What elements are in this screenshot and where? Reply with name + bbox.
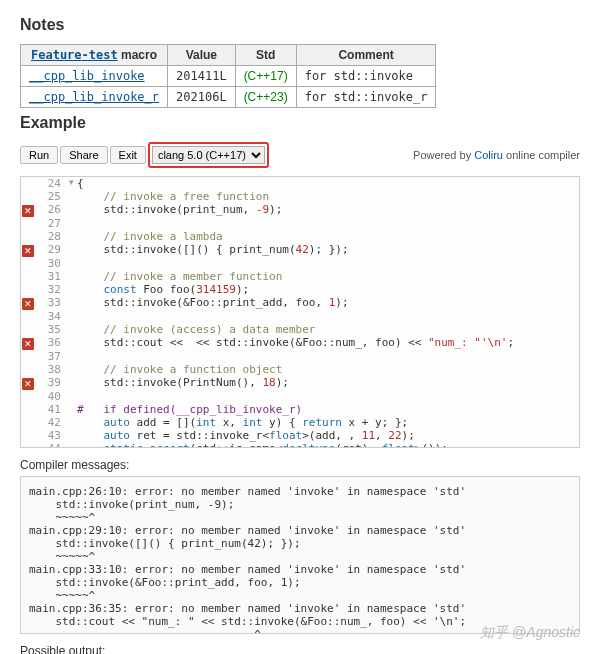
macro-value: 202106L xyxy=(168,87,236,108)
macro-std: (C++23) xyxy=(235,87,296,108)
code-line: 27 xyxy=(21,217,579,230)
macro-link[interactable]: __cpp_lib_invoke xyxy=(29,69,145,83)
code-line: 41# if defined(__cpp_lib_invoke_r) xyxy=(21,403,579,416)
code-editor[interactable]: 24▾{25 // invoke a free function✕26 std:… xyxy=(20,176,580,448)
line-number: 41 xyxy=(35,403,67,416)
line-number: 34 xyxy=(35,310,67,323)
line-number: 25 xyxy=(35,190,67,203)
code-text: std::invoke(PrintNum(), 18); xyxy=(77,376,579,389)
line-number: 42 xyxy=(35,416,67,429)
code-line: 30 xyxy=(21,257,579,270)
error-icon: ✕ xyxy=(22,298,34,310)
line-number: 30 xyxy=(35,257,67,270)
error-icon: ✕ xyxy=(22,378,34,390)
table-row: __cpp_lib_invoke_r 202106L (C++23) for s… xyxy=(21,87,436,108)
powered-by: Powered by Coliru online compiler xyxy=(413,149,580,161)
compiler-messages-label: Compiler messages: xyxy=(20,458,580,472)
code-line: ✕39 std::invoke(PrintNum(), 18); xyxy=(21,376,579,390)
code-text: // invoke a free function xyxy=(77,190,579,203)
line-number: 43 xyxy=(35,429,67,442)
compiler-select-wrap: clang 5.0 (C++17) xyxy=(148,142,269,168)
gutter-mark: ✕ xyxy=(21,296,35,310)
run-button[interactable]: Run xyxy=(20,146,58,164)
line-number: 37 xyxy=(35,350,67,363)
line-number: 33 xyxy=(35,296,67,309)
example-heading: Example xyxy=(20,114,580,132)
fold-icon[interactable]: ▾ xyxy=(67,177,77,187)
code-text: // invoke a member function xyxy=(77,270,579,283)
feature-test-table: Feature-test macro Value Std Comment __c… xyxy=(20,44,436,108)
macro-link[interactable]: __cpp_lib_invoke_r xyxy=(29,90,159,104)
code-text: std::invoke(print_num, -9); xyxy=(77,203,579,216)
code-line: ✕36 std::cout << << std::invoke(&Foo::nu… xyxy=(21,336,579,350)
macro-value: 201411L xyxy=(168,66,236,87)
line-number: 31 xyxy=(35,270,67,283)
line-number: 36 xyxy=(35,336,67,349)
code-line: ✕29 std::invoke([]() { print_num(42); })… xyxy=(21,243,579,257)
error-icon: ✕ xyxy=(22,338,34,350)
line-number: 39 xyxy=(35,376,67,389)
code-line: 40 xyxy=(21,390,579,403)
code-text: const Foo foo(314159); xyxy=(77,283,579,296)
code-text: auto ret = std::invoke_r<float>(add, , 1… xyxy=(77,429,579,442)
line-number: 26 xyxy=(35,203,67,216)
code-line: ✕33 std::invoke(&Foo::print_add, foo, 1)… xyxy=(21,296,579,310)
code-line: 28 // invoke a lambda xyxy=(21,230,579,243)
th-value: Value xyxy=(168,45,236,66)
code-line: 44 static_assert(std::is_same<decltype(r… xyxy=(21,442,579,448)
line-number: 35 xyxy=(35,323,67,336)
code-text: std::invoke(&Foo::print_add, foo, 1); xyxy=(77,296,579,309)
code-text: // invoke a lambda xyxy=(77,230,579,243)
code-line: 32 const Foo foo(314159); xyxy=(21,283,579,296)
code-text: // invoke a function object xyxy=(77,363,579,376)
code-text: std::cout << << std::invoke(&Foo::num_, … xyxy=(77,336,579,349)
gutter-mark: ✕ xyxy=(21,376,35,390)
compiler-messages-box[interactable]: main.cpp:26:10: error: no member named '… xyxy=(20,476,580,634)
th-std: Std xyxy=(235,45,296,66)
example-toolbar: Run Share Exit clang 5.0 (C++17) Powered… xyxy=(20,142,580,168)
code-line: 38 // invoke a function object xyxy=(21,363,579,376)
coliru-link[interactable]: Coliru xyxy=(474,149,503,161)
code-line: 24▾{ xyxy=(21,177,579,190)
code-line: 31 // invoke a member function xyxy=(21,270,579,283)
line-number: 27 xyxy=(35,217,67,230)
code-line: ✕26 std::invoke(print_num, -9); xyxy=(21,203,579,217)
line-number: 24 xyxy=(35,177,67,190)
line-number: 29 xyxy=(35,243,67,256)
feature-test-link[interactable]: Feature-test xyxy=(31,48,118,62)
line-number: 38 xyxy=(35,363,67,376)
gutter-mark: ✕ xyxy=(21,336,35,350)
exit-button[interactable]: Exit xyxy=(110,146,146,164)
line-number: 32 xyxy=(35,283,67,296)
code-text: auto add = [](int x, int y) { return x +… xyxy=(77,416,579,429)
th-comment: Comment xyxy=(296,45,436,66)
code-text: // invoke (access) a data member xyxy=(77,323,579,336)
code-line: 25 // invoke a free function xyxy=(21,190,579,203)
code-text: # if defined(__cpp_lib_invoke_r) xyxy=(77,403,579,416)
gutter-mark: ✕ xyxy=(21,203,35,217)
line-number: 44 xyxy=(35,442,67,448)
gutter-mark: ✕ xyxy=(21,243,35,257)
notes-heading: Notes xyxy=(20,16,580,34)
possible-output-label: Possible output: xyxy=(20,644,580,654)
th-macro: Feature-test macro xyxy=(21,45,168,66)
code-line: 34 xyxy=(21,310,579,323)
error-icon: ✕ xyxy=(22,245,34,257)
table-row: __cpp_lib_invoke 201411L (C++17) for std… xyxy=(21,66,436,87)
watermark: 知乎 @Agnostic xyxy=(480,624,580,642)
code-text: static_assert(std::is_same<decltype(ret)… xyxy=(77,442,579,448)
code-line: 35 // invoke (access) a data member xyxy=(21,323,579,336)
line-number: 40 xyxy=(35,390,67,403)
code-line: 37 xyxy=(21,350,579,363)
line-number: 28 xyxy=(35,230,67,243)
macro-comment: for std::invoke xyxy=(296,66,436,87)
code-line: 43 auto ret = std::invoke_r<float>(add, … xyxy=(21,429,579,442)
share-button[interactable]: Share xyxy=(60,146,107,164)
macro-std: (C++17) xyxy=(235,66,296,87)
error-icon: ✕ xyxy=(22,205,34,217)
compiler-select[interactable]: clang 5.0 (C++17) xyxy=(152,146,265,164)
macro-comment: for std::invoke_r xyxy=(296,87,436,108)
code-line: 42 auto add = [](int x, int y) { return … xyxy=(21,416,579,429)
code-text: std::invoke([]() { print_num(42); }); xyxy=(77,243,579,256)
code-text: { xyxy=(77,177,579,190)
